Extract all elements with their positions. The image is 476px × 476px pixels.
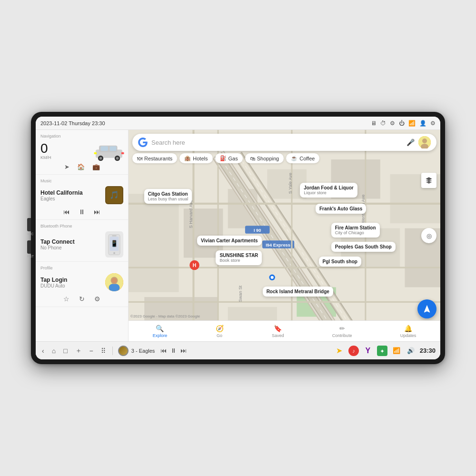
artist-name: Eagles — [40, 196, 101, 201]
taskbar-volume-icon[interactable]: 🔊 — [406, 346, 416, 356]
google-logo — [138, 138, 148, 147]
place-card-rockisland[interactable]: Rock Island Metraral Bridge — [263, 287, 333, 297]
taskbar-wifi-icon: 📶 — [391, 346, 402, 356]
coffee-label: Coffee — [299, 156, 315, 161]
nav-section: Navigation 0 KM/H — [36, 130, 128, 175]
saved-label: Saved — [272, 333, 284, 338]
contribute-tab[interactable]: ✏ Contribute — [328, 323, 356, 340]
back-btn[interactable]: ‹ — [40, 346, 46, 356]
grid-btn[interactable]: ⠿ — [99, 346, 107, 356]
coffee-icon: ☕ — [291, 155, 298, 161]
go-tab[interactable]: 🧭 Go — [212, 323, 228, 340]
album-art: 🎵 — [105, 186, 123, 204]
briefcase-btn[interactable]: 💼 — [92, 163, 100, 170]
mic-btn[interactable]: 🎤 — [407, 139, 415, 146]
coffee-filter[interactable]: ☕ Coffee — [286, 153, 319, 163]
status-bar: 2023-11-02 Thursday 23:30 🖥 ⏱ ⚙ ⏻ 📶 👤 ⚙ — [36, 117, 440, 130]
bt-title: Bluetooth Phone — [40, 224, 123, 228]
taskbar-music-controls: ⏮ ⏸ ⏭ — [160, 347, 187, 354]
explore-icon: 🔍 — [156, 325, 164, 332]
play-pause-btn[interactable]: ⏸ — [79, 208, 85, 216]
hotels-filter[interactable]: 🏨 Hotels — [179, 153, 212, 163]
pgl-name: Pgl South shop — [323, 259, 357, 264]
profile-info: Tap Login DUDU Auto — [40, 277, 101, 288]
place-card-jordan[interactable]: Jordan Food & Liquor Liquor store — [300, 183, 357, 198]
taskbar-nav-icon[interactable]: ➤ — [334, 346, 345, 356]
divider-1 — [112, 347, 113, 355]
add-btn[interactable]: ＋ — [74, 345, 83, 357]
place-card-peoples[interactable]: Peoples Gas South Shop — [331, 242, 396, 252]
user-avatar[interactable] — [418, 136, 431, 149]
home-btn[interactable]: 🏠 — [77, 163, 85, 170]
settings-btn[interactable]: ⚙ — [94, 295, 100, 303]
speed-value: 0 — [40, 142, 51, 155]
svg-point-15 — [113, 252, 115, 254]
taskbar-right: ➤ ♪ Y ✦ 📶 🔊 — [334, 346, 436, 356]
mic-button[interactable]: MIC — [27, 218, 34, 236]
place-card-citgo[interactable]: Citgo Gas Station Less busy than usual — [144, 189, 192, 204]
place-card-firealarm[interactable]: Fire Alarm Station City of Chicago — [331, 223, 380, 238]
updates-tab[interactable]: 🔔 Updates — [397, 323, 420, 340]
taskbar-prev-btn[interactable]: ⏮ — [160, 347, 167, 354]
vivian-name: Vivian Carter Apartments — [201, 238, 258, 243]
taskbar: ‹ ⌂ □ ＋ − ⠿ 3 - Eagles ⏮ ⏸ ⏭ ➤ — [36, 341, 440, 359]
saved-tab[interactable]: 🔖 Saved — [268, 323, 288, 340]
next-track-btn[interactable]: ⏭ — [94, 208, 100, 216]
profile-sub: DUDU Auto — [40, 283, 101, 288]
explore-tab[interactable]: 🔍 Explore — [149, 323, 171, 340]
minus-btn[interactable]: − — [88, 346, 95, 356]
svg-rect-3 — [109, 146, 116, 151]
sidebar: Navigation 0 KM/H — [36, 130, 129, 341]
restaurants-filter[interactable]: 🍽 Restaurants — [132, 153, 177, 163]
monitor-icon: 🖥 — [371, 120, 377, 127]
bluetooth-section: Bluetooth Phone Tap Connect No Phone — [36, 220, 128, 262]
shopping-filter[interactable]: 🛍 Shopping — [245, 153, 284, 163]
taskbar-yahoo-icon[interactable]: Y — [363, 346, 373, 356]
contribute-label: Contribute — [332, 333, 352, 338]
svg-point-5 — [99, 157, 102, 160]
track-name: Hotel California — [40, 189, 101, 196]
shopping-icon: 🛍 — [250, 156, 255, 161]
taskbar-music-icon[interactable]: ♪ — [348, 346, 359, 356]
search-input-row[interactable]: Search here 🎤 — [132, 134, 436, 151]
svg-text:S Harvard Ave: S Harvard Ave — [188, 200, 193, 228]
prev-track-btn[interactable]: ⏮ — [63, 208, 70, 216]
place-card-pgl[interactable]: Pgl South shop — [319, 257, 361, 267]
side-buttons: MIC RST — [27, 218, 34, 258]
taskbar-app-icon[interactable]: ✦ — [377, 346, 387, 356]
taskbar-time: 23:30 — [420, 347, 436, 354]
jordan-name: Jordan Food & Liquor — [304, 185, 353, 190]
timer-icon: ⏱ — [380, 120, 386, 127]
map-container[interactable]: I 90 I94 Express S Harvard Ave S Yale Av… — [129, 130, 440, 341]
restaurants-label: Restaurants — [144, 156, 172, 161]
taskbar-playpause-btn[interactable]: ⏸ — [170, 347, 177, 354]
taskbar-next-btn[interactable]: ⏭ — [180, 347, 187, 354]
square-btn[interactable]: □ — [62, 346, 69, 356]
profile-title: Profile — [40, 266, 123, 270]
svg-text:H: H — [193, 263, 196, 268]
gas-icon: ⛽ — [220, 155, 227, 161]
car-icon — [92, 141, 123, 160]
peoples-name: Peoples Gas South Shop — [335, 244, 392, 249]
search-placeholder: Search here — [151, 139, 403, 146]
rst-button[interactable]: RST — [27, 240, 34, 258]
svg-rect-22 — [109, 284, 120, 291]
place-card-vivian[interactable]: Vivian Carter Apartments — [197, 236, 262, 246]
gas-filter[interactable]: ⛽ Gas — [215, 153, 243, 163]
home-btn[interactable]: ⌂ — [50, 346, 57, 356]
refresh-btn[interactable]: ↻ — [79, 295, 85, 303]
music-controls: ⏮ ⏸ ⏭ — [40, 208, 123, 216]
profile-section: Profile Tap Login DUDU Auto — [36, 262, 128, 307]
place-card-sunshine[interactable]: SUNSHINE STAR Book store — [216, 250, 262, 265]
navigate-btn[interactable]: ➤ — [64, 163, 69, 170]
go-label: Go — [217, 333, 222, 338]
saved-icon: 🔖 — [274, 325, 282, 332]
navigate-fab[interactable] — [417, 299, 436, 318]
restaurant-icon: 🍽 — [137, 156, 142, 161]
layers-btn[interactable] — [421, 173, 436, 188]
firealarm-sub: City of Chicago — [335, 230, 376, 235]
compass-btn[interactable]: ◎ — [421, 228, 436, 243]
franks-name: Frank's Auto Glass — [319, 206, 362, 211]
star-btn[interactable]: ☆ — [63, 295, 69, 303]
place-card-franks[interactable]: Frank's Auto Glass — [316, 204, 366, 214]
